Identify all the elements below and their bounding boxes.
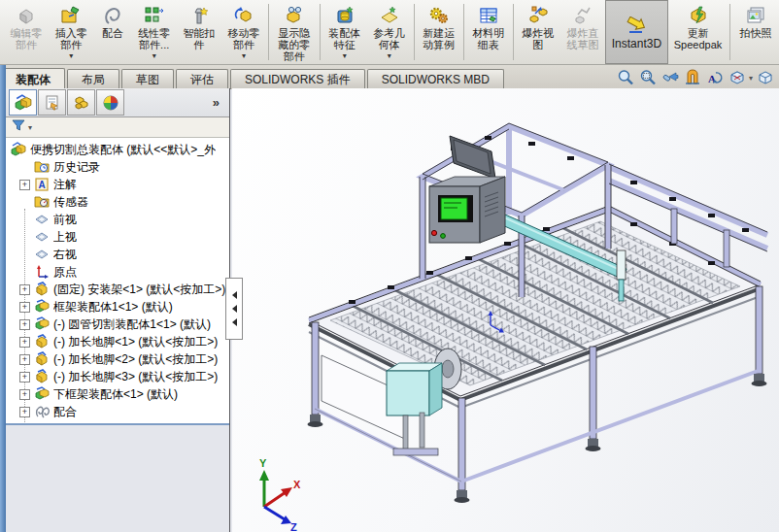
- filter-funnel-icon[interactable]: [12, 118, 25, 136]
- update-speedpak-button[interactable]: 更新 Speedpak: [668, 0, 728, 64]
- edit-component-button[interactable]: 编辑零 部件: [4, 0, 49, 64]
- svg-text:Z: Z: [290, 521, 297, 532]
- linear-pattern-icon: [144, 4, 165, 27]
- tab-evaluate[interactable]: 评估: [176, 69, 228, 89]
- tab-sketch[interactable]: 草图: [121, 69, 174, 89]
- move-component-label: 移动零 部件: [227, 27, 259, 50]
- tree-item-frame-assembly[interactable]: + 框架装配体1<1> (默认): [6, 298, 229, 316]
- new-motion-study-icon: [428, 4, 450, 27]
- featuremanager-tree-tab[interactable]: [9, 89, 37, 116]
- insert-component-label: 插入零 部件: [55, 27, 87, 50]
- assembly-features-button[interactable]: 装配体 特征 ▾: [322, 0, 367, 64]
- mate-button[interactable]: 配合: [93, 0, 131, 64]
- linear-pattern-label: 线性零 部件...: [138, 27, 170, 50]
- take-snapshot-label: 拍快照: [739, 27, 771, 39]
- subassembly-icon: [34, 316, 50, 332]
- exploded-view-button[interactable]: 爆炸视 图: [516, 0, 560, 64]
- view-triad: Y X Z: [259, 457, 301, 532]
- subassembly-icon: [34, 299, 50, 315]
- model-control-cabinet[interactable]: [429, 136, 505, 243]
- expand-toggle[interactable]: +: [19, 284, 30, 295]
- displaymanager-tab[interactable]: [96, 89, 124, 116]
- panel-lower-pane: [6, 425, 229, 532]
- tree-item-extended-foot-3[interactable]: + (-) 加长地脚<3> (默认<按加工>): [6, 368, 229, 385]
- tree-item-pipe-cutting-assembly[interactable]: + (-) 圆管切割装配体1<1> (默认): [6, 316, 229, 333]
- insert-component-icon: [60, 4, 82, 27]
- exploded-view-label: 爆炸视 图: [522, 27, 554, 50]
- expand-toggle[interactable]: +: [19, 354, 30, 365]
- origin-icon: [34, 264, 50, 280]
- previous-view-icon[interactable]: [659, 68, 681, 87]
- assembly-features-label: 装配体 特征: [328, 27, 360, 50]
- mate-label: 配合: [102, 27, 123, 39]
- zoom-to-area-icon[interactable]: [636, 68, 659, 87]
- expand-toggle[interactable]: +: [19, 337, 30, 348]
- tree-item-right-plane[interactable]: 右视: [6, 246, 229, 263]
- expand-toggle[interactable]: +: [19, 180, 30, 190]
- zoom-to-fit-icon[interactable]: [614, 68, 636, 87]
- tree-item-front-plane[interactable]: 前视: [6, 211, 229, 228]
- section-view-icon[interactable]: [681, 68, 703, 87]
- flyout-left-arrow-icon: [232, 305, 237, 313]
- dropdown-caret-icon[interactable]: ▾: [152, 51, 156, 60]
- part-icon: [34, 334, 50, 349]
- tree-item-sensors[interactable]: 传感器: [6, 193, 229, 211]
- svg-text:Y: Y: [259, 457, 267, 469]
- tree-item-mates[interactable]: + 配合: [6, 403, 229, 420]
- tab-solidworks-mbd[interactable]: SOLIDWORKS MBD: [367, 69, 504, 89]
- tree-item-origin[interactable]: 原点: [6, 263, 229, 281]
- linear-pattern-button[interactable]: 线性零 部件... ▾: [132, 0, 177, 64]
- svg-text:X: X: [293, 479, 301, 490]
- expand-toggle[interactable]: +: [19, 372, 30, 382]
- dropdown-caret-icon[interactable]: ▾: [242, 51, 246, 60]
- model-screen: [441, 198, 467, 219]
- tree-item-assembly-root[interactable]: 便携切割总装配体 (默认<<默认>_外: [6, 141, 229, 158]
- filter-caret[interactable]: ▾: [28, 123, 32, 132]
- take-snapshot-button[interactable]: 拍快照: [732, 0, 779, 64]
- tree-flyout-arrows[interactable]: [225, 278, 243, 340]
- smart-fastener-button[interactable]: 智能扣 件: [177, 0, 221, 64]
- view-orientation-caret[interactable]: ▾: [749, 74, 753, 83]
- panel-overflow-chevron[interactable]: »: [213, 95, 220, 110]
- mate-icon: [102, 4, 123, 27]
- bill-of-materials-button[interactable]: 材料明 细表: [466, 0, 511, 64]
- tree-item-extended-foot-2[interactable]: + (-) 加长地脚<2> (默认<按加工>): [6, 350, 229, 368]
- expand-toggle[interactable]: +: [19, 319, 30, 330]
- show-hidden-components-button[interactable]: 显示隐 藏的零 部件: [271, 0, 318, 64]
- model-green-button: [441, 234, 446, 239]
- tree-item-top-plane[interactable]: 上视: [6, 228, 229, 246]
- update-speedpak-icon: [688, 4, 709, 27]
- feature-tree: 便携切割总装配体 (默认<<默认>_外 历史记录 + A 注解 传感器 前视: [6, 139, 229, 425]
- insert-component-button[interactable]: 插入零 部件 ▾: [49, 0, 93, 64]
- rotate-view-icon[interactable]: A: [703, 68, 726, 87]
- display-style-icon[interactable]: [754, 68, 776, 87]
- dropdown-caret-icon[interactable]: ▾: [388, 51, 391, 60]
- expand-toggle[interactable]: +: [19, 389, 30, 400]
- plane-icon: [34, 247, 50, 262]
- tree-item-annotations[interactable]: + A 注解: [6, 176, 229, 193]
- move-component-button[interactable]: 移动零 部件 ▾: [221, 0, 266, 64]
- view-orientation-icon[interactable]: [726, 68, 748, 87]
- graphics-viewport[interactable]: Y X Z: [232, 88, 779, 532]
- dropdown-caret-icon[interactable]: ▾: [69, 51, 73, 60]
- tree-item-mounting-frame[interactable]: + (固定) 安装架<1> (默认<按加工>): [6, 281, 229, 298]
- featuremanager-panel: » ▾ 便携切割总装配体 (默认<<默认>_外 历史记录 + A 注解: [6, 88, 230, 532]
- tree-item-extended-foot-1[interactable]: + (-) 加长地脚<1> (默认<按加工>): [6, 333, 229, 350]
- model-canvas[interactable]: Y X Z: [232, 88, 779, 532]
- expand-toggle[interactable]: +: [19, 302, 30, 313]
- explode-line-sketch-button[interactable]: 爆炸直 线草图: [560, 0, 605, 64]
- tab-assembly[interactable]: 装配体: [1, 68, 65, 90]
- exploded-view-icon: [527, 4, 549, 27]
- configurationmanager-tab[interactable]: [67, 89, 95, 116]
- instant3d-button[interactable]: Instant3D: [605, 0, 668, 64]
- tree-item-history[interactable]: 历史记录: [6, 158, 229, 176]
- new-motion-study-button[interactable]: 新建运 动算例: [417, 0, 461, 64]
- tab-layout[interactable]: 布局: [67, 69, 119, 89]
- bill-of-materials-icon: [478, 4, 499, 27]
- reference-geometry-button[interactable]: 参考几 何体 ▾: [367, 0, 412, 64]
- propertymanager-tab[interactable]: [38, 89, 66, 116]
- expand-toggle[interactable]: +: [19, 407, 30, 417]
- dropdown-caret-icon[interactable]: ▾: [343, 51, 347, 60]
- tree-item-lower-frame-assembly[interactable]: + 下框架装配体<1> (默认): [6, 385, 229, 403]
- tab-solidworks-addins[interactable]: SOLIDWORKS 插件: [230, 69, 365, 89]
